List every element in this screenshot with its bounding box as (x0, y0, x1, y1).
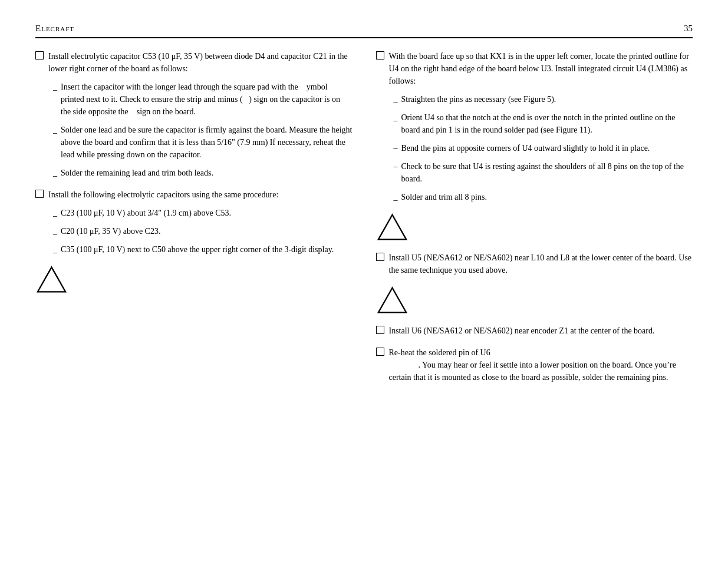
left-section-1-text: Install electrolytic capacitor C53 (10 μ… (48, 50, 353, 75)
checkbox-2 (35, 190, 44, 198)
right-section-1-text: With the board face up so that KX1 is in… (389, 50, 693, 87)
bullet-dash: – (394, 142, 398, 154)
bullet-dash: _ (394, 93, 398, 105)
warning-triangle-right-2 (376, 286, 693, 315)
header-page-number: 35 (684, 24, 693, 34)
list-item: _ Solder and trim all 8 pins. (394, 191, 693, 203)
bullet-dash: _ (53, 243, 57, 256)
bullet-dash: _ (394, 191, 398, 203)
bullet-dash: _ (53, 207, 57, 219)
left-checkbox-row-2: Install the following electrolytic capac… (35, 189, 353, 201)
list-item: _ C23 (100 μF, 10 V) about 3/4" (1.9 cm)… (53, 207, 353, 219)
right-section-4-continuation: . You may hear or feel it settle into a … (389, 361, 676, 382)
bullet-content: C35 (100 μF, 10 V) next to C50 above the… (61, 243, 353, 256)
checkbox-1 (35, 51, 44, 59)
bullet-content: Solder one lead and be sure the capacito… (61, 124, 353, 161)
content-columns: Install electrolytic capacitor C53 (10 μ… (35, 50, 693, 393)
right-column: With the board face up so that KX1 is in… (376, 50, 693, 393)
bullet-dash: _ (53, 225, 57, 237)
checkbox-4 (376, 253, 384, 261)
bullet-content: C23 (100 μF, 10 V) about 3/4" (1.9 cm) a… (61, 207, 353, 219)
right-section-3: Install U6 (NE/SA612 or NE/SA602) near e… (376, 325, 693, 337)
svg-marker-1 (378, 215, 406, 240)
left-section-2-text: Install the following electrolytic capac… (48, 189, 353, 201)
bullet-dash: _ (53, 124, 57, 136)
left-section-2: Install the following electrolytic capac… (35, 189, 353, 256)
left-bullet-list-2: _ C23 (100 μF, 10 V) about 3/4" (1.9 cm)… (53, 207, 353, 256)
right-checkbox-row-2: Install U5 (NE/SA612 or NE/SA602) near L… (376, 252, 693, 276)
bullet-content: Straighten the pins as necessary (see Fi… (401, 93, 693, 105)
warning-triangle-left (35, 265, 353, 295)
left-bullet-list-1: _ Insert the capacitor with the longer l… (53, 81, 353, 179)
header-title: Elecraft (35, 24, 74, 34)
list-item: _ Orient U4 so that the notch at the end… (394, 111, 693, 136)
list-item: _ C20 (10 μF, 35 V) above C23. (53, 225, 353, 237)
list-item: – Check to be sure that U4 is resting ag… (394, 160, 693, 185)
bullet-content: Bend the pins at opposite corners of U4 … (401, 142, 693, 154)
page-header: Elecraft 35 (35, 24, 693, 38)
checkbox-3 (376, 51, 384, 59)
warning-triangle-right-1 (376, 213, 693, 242)
right-section-1: With the board face up so that KX1 is in… (376, 50, 693, 203)
list-item: _ Solder one lead and be sure the capaci… (53, 124, 353, 161)
bullet-content: Insert the capacitor with the longer lea… (61, 81, 353, 118)
triangle-icon-right-1 (376, 213, 409, 242)
list-item: _ Solder the remaining lead and trim bot… (53, 167, 353, 179)
left-column: Install electrolytic capacitor C53 (10 μ… (35, 50, 353, 393)
triangle-icon-left (35, 265, 68, 295)
bullet-dash: _ (394, 111, 398, 124)
right-section-2: Install U5 (NE/SA612 or NE/SA602) near L… (376, 252, 693, 276)
bullet-content: Orient U4 so that the notch at the end i… (401, 111, 693, 136)
page: Elecraft 35 Install electrolytic capacit… (0, 0, 728, 562)
left-section-1: Install electrolytic capacitor C53 (10 μ… (35, 50, 353, 179)
bullet-dash: _ (53, 167, 57, 179)
checkbox-5 (376, 326, 384, 334)
list-item: _ Insert the capacitor with the longer l… (53, 81, 353, 118)
right-checkbox-row-1: With the board face up so that KX1 is in… (376, 50, 693, 87)
right-section-4: Re-heat the soldered pin of U6 . You may… (376, 346, 693, 384)
right-section-3-text: Install U6 (NE/SA612 or NE/SA602) near e… (389, 325, 693, 337)
svg-marker-2 (378, 288, 406, 313)
left-checkbox-row-1: Install electrolytic capacitor C53 (10 μ… (35, 50, 353, 75)
svg-marker-0 (38, 267, 65, 292)
right-checkbox-row-4: Re-heat the soldered pin of U6 . You may… (376, 346, 693, 384)
bullet-content: C20 (10 μF, 35 V) above C23. (61, 225, 353, 237)
right-bullet-list-1: _ Straighten the pins as necessary (see … (394, 93, 693, 203)
right-checkbox-row-3: Install U6 (NE/SA612 or NE/SA602) near e… (376, 325, 693, 337)
checkbox-6 (376, 348, 384, 356)
bullet-dash: _ (53, 81, 57, 93)
bullet-content: Solder and trim all 8 pins. (401, 191, 693, 203)
right-section-4-label: Re-heat the soldered pin of U6 (389, 348, 490, 357)
triangle-icon-right-2 (376, 286, 409, 315)
bullet-content: Solder the remaining lead and trim both … (61, 167, 353, 179)
list-item: _ C35 (100 μF, 10 V) next to C50 above t… (53, 243, 353, 256)
right-section-2-text: Install U5 (NE/SA612 or NE/SA602) near L… (389, 252, 693, 276)
right-section-4-text: Re-heat the soldered pin of U6 . You may… (389, 346, 693, 384)
bullet-dash: – (394, 160, 398, 173)
list-item: _ Straighten the pins as necessary (see … (394, 93, 693, 105)
bullet-content: Check to be sure that U4 is resting agai… (401, 160, 693, 185)
list-item: – Bend the pins at opposite corners of U… (394, 142, 693, 154)
